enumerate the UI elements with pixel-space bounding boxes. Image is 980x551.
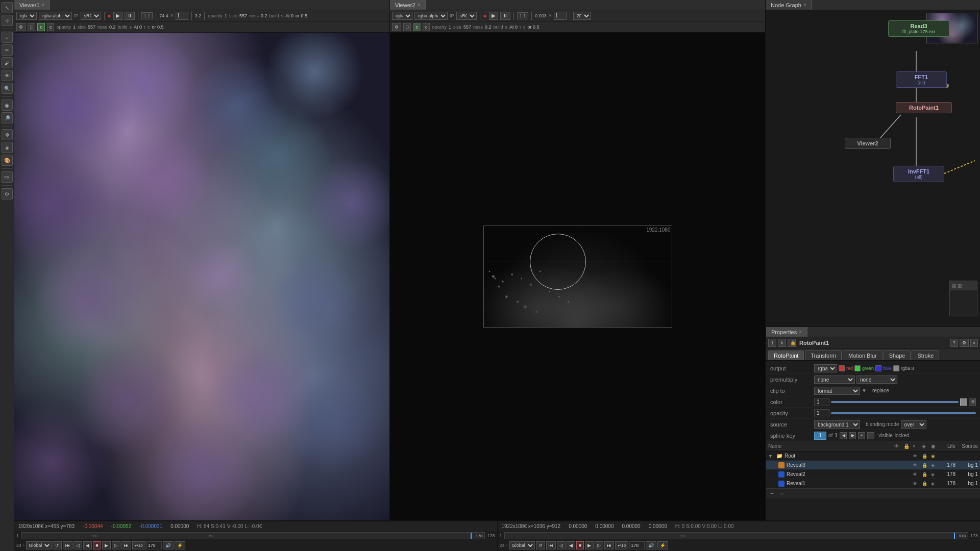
prop-source-select[interactable]: background 1 <box>814 420 860 429</box>
tool-select[interactable]: ⊹ <box>2 15 13 26</box>
viewer2-view-btn[interactable]: □ <box>403 23 411 31</box>
v2-btn-audio[interactable]: 🔊 <box>646 541 656 549</box>
properties-tab-close[interactable]: × <box>799 329 802 335</box>
node-graph-canvas[interactable]: fxphd <box>766 10 980 327</box>
prop-color-picker[interactable] <box>960 398 967 406</box>
layer-reveal3[interactable]: Reveal3 👁 🔒 ◈ 178 bg 1 <box>766 461 980 470</box>
tool-zoom[interactable]: 🔍 <box>2 83 13 94</box>
prop-color-input[interactable] <box>814 398 829 406</box>
v2-btn-skip-start[interactable]: ⏮ <box>546 541 556 549</box>
viewer2-channel-select[interactable]: rgba <box>392 12 412 20</box>
viewer1-view-btn[interactable]: □ <box>28 23 35 31</box>
v1-btn-play[interactable]: ▶ <box>102 541 111 549</box>
layer-reveal2-lock-btn[interactable]: 🔒 <box>922 472 929 477</box>
viewer1-tab[interactable]: Viewer1 × <box>14 0 50 10</box>
v2-transport-mode[interactable]: Global <box>509 541 535 549</box>
viewer1-y-input[interactable] <box>176 12 188 20</box>
viewer1-alpha-select[interactable]: rgba.alpha <box>39 12 72 20</box>
tool-pencil[interactable]: ✏ <box>2 44 13 56</box>
v2-btn-sync[interactable]: ⚡ <box>657 541 668 549</box>
node-fft1[interactable]: FFT1 (all) <box>896 71 947 88</box>
prop-clipto-arrow[interactable]: ▼ <box>862 388 867 393</box>
tool-viewer[interactable]: 👁 <box>2 70 13 81</box>
properties-tab[interactable]: Properties × <box>766 327 807 337</box>
layer-reveal1-vis-btn[interactable]: 👁 <box>913 481 920 486</box>
v1-transport-mode[interactable]: Global <box>26 541 52 549</box>
prop-sk-add[interactable]: + <box>858 432 865 439</box>
prop-clipto-select[interactable]: format <box>814 387 860 395</box>
viewer2-tab[interactable]: Viewer2 × <box>390 0 426 10</box>
tool-arrow[interactable]: ↖ <box>2 2 13 13</box>
layer-add-btn[interactable]: + <box>768 490 776 497</box>
prop-sk-remove[interactable]: - <box>867 432 874 439</box>
v1-btn-audio[interactable]: 🔊 <box>163 541 174 549</box>
viewer1-tab-close[interactable]: × <box>42 2 45 8</box>
prop-sk-next[interactable]: ▶ <box>849 432 856 439</box>
layer-reveal1-lock-btn[interactable]: 🔒 <box>922 481 929 486</box>
layer-root-vis-btn[interactable]: 👁 <box>913 454 920 459</box>
v2-btn-skip-end[interactable]: ⏭ <box>604 541 614 549</box>
tool-brush[interactable]: 🖌 <box>2 57 13 68</box>
node-graph-tab-close[interactable]: × <box>803 2 806 8</box>
prop-opacity-input[interactable] <box>814 409 829 417</box>
v1-btn-reload[interactable]: ↺ <box>53 541 62 549</box>
viewer2-tab-close[interactable]: × <box>418 2 421 8</box>
prop-help-btn[interactable]: ? <box>950 339 958 347</box>
v2-btn-play[interactable]: ▶ <box>585 541 594 549</box>
layer-root-expand[interactable]: ▼ <box>768 454 774 459</box>
tab-motionblur[interactable]: Motion Blur <box>843 350 883 360</box>
v2-btn-reload[interactable]: ↺ <box>536 541 545 549</box>
prop-btn-1[interactable]: 1 <box>768 339 776 347</box>
tool-settings[interactable]: ⚙ <box>2 188 13 199</box>
layer-root-lock-btn[interactable]: 🔒 <box>922 454 929 459</box>
layer-reveal2[interactable]: Reveal2 👁 🔒 ◈ 178 bg 1 <box>766 470 980 479</box>
layer-remove-btn[interactable]: − <box>778 490 786 497</box>
viewer2-pause-btn[interactable]: ⏸ <box>500 12 510 20</box>
viewer1-rgb-btn[interactable]: c <box>37 23 45 31</box>
viewer2-alpha-select[interactable]: rgba.alpha <box>414 12 448 20</box>
viewer2-play-btn[interactable]: ▶ <box>489 12 498 20</box>
node-viewer2[interactable]: Viewer2 <box>845 138 891 149</box>
v1-btn-stop[interactable]: ■ <box>93 541 101 549</box>
tool-circle[interactable]: ○ <box>2 32 13 43</box>
tab-rotopaint[interactable]: RotoPaint <box>768 350 804 360</box>
v2-frame-input[interactable] <box>629 541 645 549</box>
viewer2-mode-select[interactable]: 2D <box>573 12 591 20</box>
prop-settings-btn[interactable]: ⚙ <box>960 339 969 347</box>
tool-node[interactable]: FX <box>2 171 13 183</box>
tab-shape[interactable]: Shape <box>884 350 911 360</box>
prop-premultiply-select2[interactable]: none <box>856 375 897 384</box>
prop-btn-k[interactable]: k <box>778 339 786 347</box>
node-graph-tab[interactable]: Node Graph × <box>766 0 812 10</box>
v1-btn-10-back[interactable]: ↩10 <box>132 541 145 549</box>
tool-transform[interactable]: ✥ <box>2 129 13 140</box>
viewer2-rgb-btn[interactable]: c <box>413 23 421 31</box>
v2-btn-step-fwd[interactable]: ▷ <box>595 541 603 549</box>
layer-reveal2-vis-btn[interactable]: 👁 <box>913 472 920 477</box>
tool-paint[interactable]: 🎨 <box>2 155 13 166</box>
layer-reveal1[interactable]: Reveal1 👁 🔒 ◈ 178 bg 1 <box>766 479 980 488</box>
node-invfft1[interactable]: InvFFT1 (all) <box>893 166 944 182</box>
viewer1-channel-select[interactable]: rgba <box>16 12 37 20</box>
prop-lock-btn[interactable]: 🔒 <box>788 339 796 347</box>
viewer2-c-btn[interactable]: c <box>423 23 430 31</box>
viewer2-canvas[interactable]: 1922,1080 <box>390 33 765 520</box>
viewer1-colorspace-select[interactable]: sRGB <box>81 12 101 20</box>
tool-color[interactable]: ◉ <box>2 99 13 111</box>
prop-output-select[interactable]: rgba <box>814 364 837 372</box>
viewer2-colorspace-select[interactable]: sRGB <box>456 12 477 20</box>
viewer1-play-btn[interactable]: ▶ <box>113 12 122 20</box>
viewer1-channel-c-btn[interactable]: c <box>47 23 55 31</box>
prop-color-btn2[interactable]: ⊞ <box>969 398 976 406</box>
layer-reveal3-lock-btn[interactable]: 🔒 <box>922 463 929 468</box>
viewer1-settings-btn[interactable]: ⚙ <box>16 23 26 31</box>
viewer1-pause-btn[interactable]: ⏸ <box>125 12 135 20</box>
prop-opacity-slider[interactable] <box>831 412 976 414</box>
v1-btn-step-fwd[interactable]: ▷ <box>112 541 120 549</box>
v1-btn-play-back[interactable]: ◀ <box>83 541 92 549</box>
node-read3[interactable]: Read3 fft_plate.178.exr <box>888 20 949 37</box>
prop-premultiply-select[interactable]: none <box>814 375 855 384</box>
v1-btn-skip-start[interactable]: ⏮ <box>63 541 72 549</box>
v2-btn-step-back[interactable]: ◁ <box>557 541 566 549</box>
v1-btn-skip-end[interactable]: ⏭ <box>121 541 131 549</box>
